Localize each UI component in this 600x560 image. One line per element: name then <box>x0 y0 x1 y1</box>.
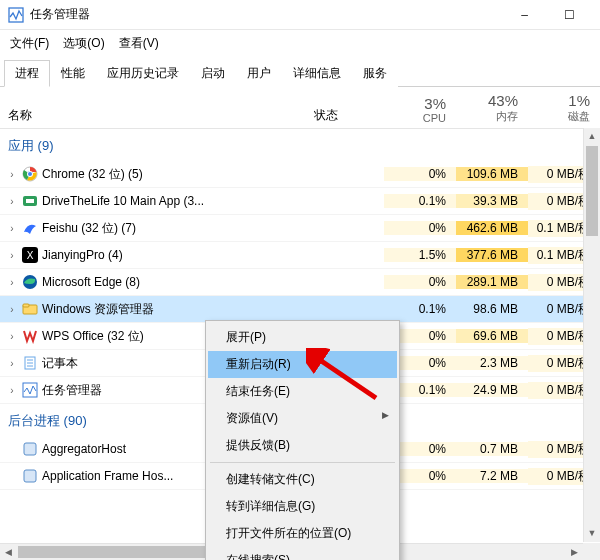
svg-rect-11 <box>23 304 29 307</box>
window-controls: – ☐ <box>502 0 592 30</box>
cell-name: ›Microsoft Edge (8) <box>0 274 314 290</box>
process-row[interactable]: ›DriveTheLife 10 Main App (3...0.1%39.3 … <box>0 188 600 215</box>
header-name[interactable]: 名称 <box>0 107 314 124</box>
process-row[interactable]: ›XJianyingPro (4)1.5%377.6 MB0.1 MB/秒 <box>0 242 600 269</box>
cm-restart[interactable]: 重新启动(R) <box>208 351 397 378</box>
svg-rect-6 <box>26 199 34 203</box>
scroll-right-icon[interactable]: ▶ <box>566 544 583 560</box>
cm-feedback[interactable]: 提供反馈(B) <box>208 432 397 459</box>
process-name: AggregatorHost <box>42 442 126 456</box>
menubar: 文件(F) 选项(O) 查看(V) <box>0 30 600 57</box>
expand-chevron-icon[interactable]: › <box>6 223 18 234</box>
process-row[interactable]: ›Chrome (32 位) (5)0%109.6 MB0 MB/秒 <box>0 161 600 188</box>
expand-chevron-icon[interactable]: › <box>6 250 18 261</box>
group-apps: 应用 (9) <box>0 129 600 161</box>
cell-memory: 2.3 MB <box>456 356 528 370</box>
drive-icon <box>22 193 38 209</box>
tab-history[interactable]: 应用历史记录 <box>96 60 190 87</box>
edge-icon <box>22 274 38 290</box>
generic-icon <box>22 468 38 484</box>
expand-chevron-icon[interactable]: › <box>6 277 18 288</box>
svg-rect-18 <box>24 470 36 482</box>
cm-goto-details[interactable]: 转到详细信息(G) <box>208 493 397 520</box>
taskmgr-icon <box>22 382 38 398</box>
header-disk[interactable]: 1% 磁盘 <box>528 92 600 124</box>
cm-end-task[interactable]: 结束任务(E) <box>208 378 397 405</box>
menu-options[interactable]: 选项(O) <box>57 32 110 55</box>
cell-memory: 98.6 MB <box>456 302 528 316</box>
expand-chevron-icon[interactable]: › <box>6 304 18 315</box>
process-name: 任务管理器 <box>42 382 102 399</box>
header-status[interactable]: 状态 <box>314 107 384 124</box>
svg-text:X: X <box>27 250 34 261</box>
process-name: Feishu (32 位) (7) <box>42 220 136 237</box>
process-name: JianyingPro (4) <box>42 248 123 262</box>
svg-point-4 <box>28 172 32 176</box>
maximize-button[interactable]: ☐ <box>547 0 592 30</box>
expand-chevron-icon[interactable]: › <box>6 169 18 180</box>
menu-view[interactable]: 查看(V) <box>113 32 165 55</box>
notepad-icon <box>22 355 38 371</box>
cell-memory: 289.1 MB <box>456 275 528 289</box>
cell-cpu: 0% <box>384 221 456 235</box>
cm-search-online[interactable]: 在线搜索(S) <box>208 547 397 560</box>
minimize-button[interactable]: – <box>502 0 547 30</box>
scroll-thumb-h[interactable] <box>18 546 218 558</box>
process-row[interactable]: ›Windows 资源管理器0.1%98.6 MB0 MB/秒 <box>0 296 600 323</box>
window-title: 任务管理器 <box>30 6 502 23</box>
tab-details[interactable]: 详细信息 <box>282 60 352 87</box>
vertical-scrollbar[interactable]: ▲ ▼ <box>583 128 600 542</box>
tabs: 进程 性能 应用历史记录 启动 用户 详细信息 服务 <box>0 59 600 87</box>
cell-cpu: 0.1% <box>384 302 456 316</box>
tab-performance[interactable]: 性能 <box>50 60 96 87</box>
scroll-down-icon[interactable]: ▼ <box>584 525 600 542</box>
tab-users[interactable]: 用户 <box>236 60 282 87</box>
scroll-corner <box>583 543 600 560</box>
cell-cpu: 0.1% <box>384 194 456 208</box>
cell-memory: 0.7 MB <box>456 442 528 456</box>
process-name: DriveTheLife 10 Main App (3... <box>42 194 204 208</box>
cm-expand[interactable]: 展开(P) <box>208 324 397 351</box>
cm-resource-values[interactable]: 资源值(V) <box>208 405 397 432</box>
process-name: Windows 资源管理器 <box>42 301 154 318</box>
expand-chevron-icon[interactable]: › <box>6 385 18 396</box>
cm-separator <box>210 462 395 463</box>
wps-icon <box>22 328 38 344</box>
cell-memory: 377.6 MB <box>456 248 528 262</box>
tab-services[interactable]: 服务 <box>352 60 398 87</box>
scroll-left-icon[interactable]: ◀ <box>0 544 17 560</box>
cell-cpu: 0% <box>384 275 456 289</box>
cell-cpu: 1.5% <box>384 248 456 262</box>
cell-memory: 69.6 MB <box>456 329 528 343</box>
process-name: WPS Office (32 位) <box>42 328 144 345</box>
cm-open-location[interactable]: 打开文件所在的位置(O) <box>208 520 397 547</box>
tab-startup[interactable]: 启动 <box>190 60 236 87</box>
process-row[interactable]: ›Microsoft Edge (8)0%289.1 MB0 MB/秒 <box>0 269 600 296</box>
cell-memory: 7.2 MB <box>456 469 528 483</box>
cell-memory: 39.3 MB <box>456 194 528 208</box>
cm-create-dump[interactable]: 创建转储文件(C) <box>208 466 397 493</box>
expand-chevron-icon[interactable]: › <box>6 331 18 342</box>
header-memory[interactable]: 43% 内存 <box>456 92 528 124</box>
tab-processes[interactable]: 进程 <box>4 60 50 87</box>
process-name: Chrome (32 位) (5) <box>42 166 143 183</box>
cell-memory: 462.6 MB <box>456 221 528 235</box>
titlebar: 任务管理器 – ☐ <box>0 0 600 30</box>
menu-file[interactable]: 文件(F) <box>4 32 55 55</box>
jianying-icon: X <box>22 247 38 263</box>
cell-name: ›Feishu (32 位) (7) <box>0 220 314 237</box>
taskmgr-icon <box>8 7 24 23</box>
generic-icon <box>22 441 38 457</box>
process-name: 记事本 <box>42 355 78 372</box>
process-row[interactable]: ›Feishu (32 位) (7)0%462.6 MB0.1 MB/秒 <box>0 215 600 242</box>
header-cpu[interactable]: 3% CPU <box>384 95 456 124</box>
cell-memory: 24.9 MB <box>456 383 528 397</box>
cell-cpu: 0% <box>384 167 456 181</box>
expand-chevron-icon[interactable]: › <box>6 196 18 207</box>
expand-chevron-icon[interactable]: › <box>6 358 18 369</box>
scroll-thumb-v[interactable] <box>586 146 598 236</box>
cell-name: ›XJianyingPro (4) <box>0 247 314 263</box>
scroll-up-icon[interactable]: ▲ <box>584 128 600 145</box>
cell-name: ›Chrome (32 位) (5) <box>0 166 314 183</box>
feishu-icon <box>22 220 38 236</box>
